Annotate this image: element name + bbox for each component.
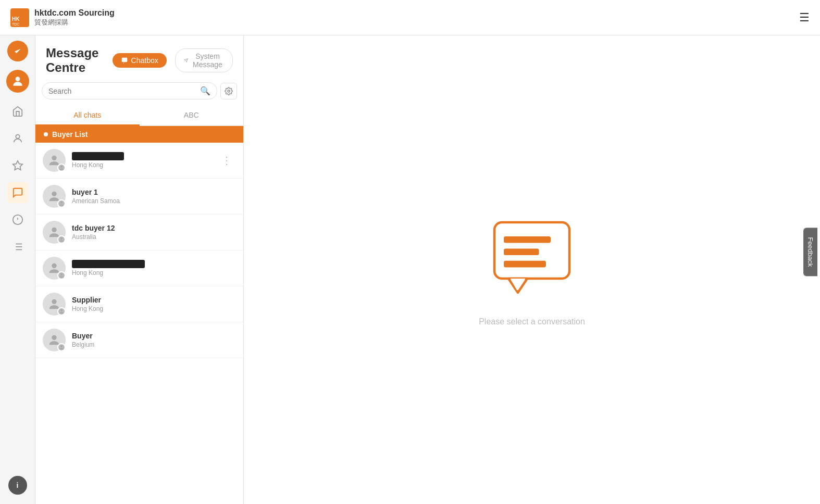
search-settings-button[interactable] — [220, 83, 237, 99]
buyer-list-label: Buyer List — [52, 130, 88, 138]
avatar-badge — [57, 199, 66, 208]
conversation-more-button[interactable]: ⋮ — [217, 152, 236, 169]
svg-point-30 — [60, 345, 63, 347]
svg-rect-32 — [504, 236, 551, 243]
search-input[interactable] — [48, 87, 200, 95]
chat-tabs: All chats ABC — [35, 106, 243, 126]
brand-sub: 貿發網採購 — [34, 18, 115, 27]
avatar-badge — [57, 163, 66, 172]
svg-rect-34 — [504, 261, 546, 268]
conv-info: Buyer Belgium — [72, 332, 236, 348]
svg-point-28 — [60, 309, 63, 311]
list-item[interactable]: Supplier Hong Kong — [35, 286, 243, 322]
empty-state-text: Please select a conversation — [479, 317, 585, 326]
tab-abc[interactable]: ABC — [140, 106, 244, 126]
search-row: 🔍 — [42, 82, 237, 99]
hamburger-menu-icon[interactable]: ☰ — [799, 11, 810, 24]
sidebar-item-user[interactable] — [7, 128, 28, 149]
conv-location: Hong Kong — [72, 305, 236, 312]
message-panel: Message Centre Chatbox System Message 🔍 — [35, 35, 244, 504]
empty-state-illustration — [485, 213, 579, 307]
conv-name: tdc buyer 12 — [72, 224, 236, 232]
feedback-label: Feedback — [806, 237, 814, 267]
svg-point-26 — [60, 273, 63, 275]
list-item[interactable]: Buyer Belgium — [35, 322, 243, 358]
svg-point-23 — [52, 228, 56, 232]
sidebar-item-star[interactable] — [7, 155, 28, 176]
list-item[interactable]: buyer 1 American Samoa — [35, 179, 243, 215]
system-message-tab-label: System Message — [191, 52, 224, 69]
search-input-wrapper: 🔍 — [42, 82, 217, 99]
conversation-list: Hong Kong ⋮ buyer 1 American Samoa — [35, 143, 243, 504]
tab-all-chats-label: All chats — [73, 111, 101, 119]
conv-location: Belgium — [72, 341, 236, 348]
feedback-tab-button[interactable]: Feedback — [803, 228, 817, 276]
svg-point-4 — [16, 135, 19, 138]
svg-point-19 — [52, 156, 56, 160]
tab-chatbox-button[interactable]: Chatbox — [113, 53, 167, 68]
conv-info: tdc buyer 12 Australia — [72, 224, 236, 241]
svg-text:TDC: TDC — [12, 22, 19, 26]
svg-point-20 — [60, 166, 63, 168]
svg-point-3 — [15, 77, 20, 81]
page-title: Message Centre — [46, 46, 104, 75]
avatar-badge — [57, 307, 66, 316]
buyer-list-header: Buyer List — [35, 126, 243, 143]
svg-marker-5 — [13, 161, 22, 170]
list-item[interactable]: Hong Kong ⋮ — [35, 143, 243, 179]
tab-system-message-button[interactable]: System Message — [175, 48, 233, 72]
sidebar-item-chat[interactable] — [7, 182, 28, 203]
hktdc-logo-icon: HK TDC — [10, 8, 29, 27]
logo-area: HK TDC hktdc.com Sourcing 貿發網採購 — [10, 8, 115, 27]
svg-point-29 — [52, 335, 56, 340]
avatar — [43, 185, 66, 208]
svg-rect-33 — [504, 248, 539, 255]
avatar-badge — [57, 343, 66, 351]
sidebar-item-tag[interactable] — [7, 209, 28, 230]
svg-point-25 — [52, 263, 56, 268]
avatar — [43, 293, 66, 316]
tab-all-chats[interactable]: All chats — [35, 106, 140, 126]
top-header: HK TDC hktdc.com Sourcing 貿發網採購 ☰ — [0, 0, 820, 35]
search-icon: 🔍 — [200, 86, 210, 96]
avatar — [43, 257, 66, 280]
sidebar-item-home[interactable] — [7, 101, 28, 122]
conv-name — [72, 152, 217, 160]
avatar-badge — [57, 235, 66, 244]
conv-info: Hong Kong — [72, 152, 217, 169]
conv-name: buyer 1 — [72, 188, 236, 196]
svg-point-21 — [52, 192, 56, 196]
sidebar-info-button[interactable]: i — [8, 476, 27, 495]
logo-text: hktdc.com Sourcing 貿發網採購 — [34, 8, 115, 27]
svg-point-22 — [60, 201, 63, 204]
sidebar-item-list[interactable] — [7, 236, 28, 257]
conv-name: Supplier — [72, 296, 236, 304]
conv-location: Hong Kong — [72, 269, 236, 276]
svg-point-24 — [60, 237, 63, 240]
main-content: Please select a conversation — [244, 35, 820, 504]
conv-info: Supplier Hong Kong — [72, 296, 236, 312]
sidebar: i — [0, 35, 35, 504]
list-item[interactable]: tdc buyer 12 Australia — [35, 215, 243, 250]
svg-text:HK: HK — [12, 16, 20, 22]
sidebar-toggle-button[interactable] — [7, 41, 28, 61]
avatar-badge — [57, 271, 66, 280]
conv-info: buyer 1 American Samoa — [72, 188, 236, 205]
message-panel-header: Message Centre Chatbox System Message — [35, 35, 243, 75]
tab-abc-label: ABC — [184, 111, 199, 119]
avatar — [43, 329, 66, 351]
conv-name: Buyer — [72, 332, 236, 340]
list-item[interactable]: Hong Kong — [35, 250, 243, 286]
main-layout: i Message Centre Chatbox System Message … — [0, 35, 820, 504]
conv-name — [72, 260, 236, 268]
svg-point-27 — [52, 299, 56, 304]
brand-name: hktdc.com Sourcing — [34, 8, 115, 18]
svg-rect-15 — [121, 58, 127, 62]
avatar[interactable] — [6, 70, 29, 93]
conv-location: Hong Kong — [72, 161, 217, 169]
avatar — [43, 149, 66, 172]
svg-point-18 — [228, 90, 230, 92]
conv-location: American Samoa — [72, 197, 236, 205]
chatbox-tab-label: Chatbox — [131, 56, 158, 65]
conv-location: Australia — [72, 233, 236, 241]
